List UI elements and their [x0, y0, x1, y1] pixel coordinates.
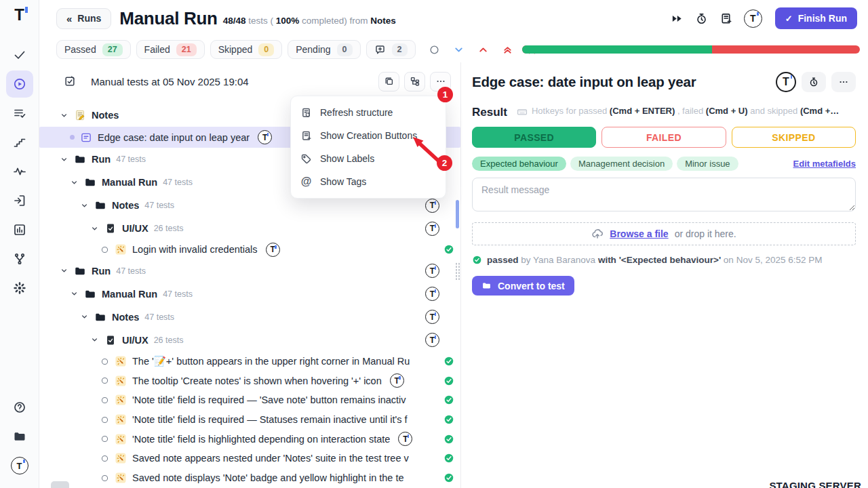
sidebar-item-tests[interactable] [6, 41, 33, 68]
tree-row[interactable]: Manual Run47 testsT [39, 283, 460, 306]
tree-row[interactable]: UI/UX26 testsT [39, 217, 460, 240]
tree-row[interactable]: Run47 testsT [39, 260, 460, 283]
cut-off-button[interactable] [51, 481, 69, 488]
sidebar-item-milestones[interactable] [6, 129, 33, 156]
menu-item-show-labels[interactable]: Show Labels [291, 147, 446, 170]
sidebar-item-analytics[interactable] [6, 216, 33, 243]
comment-plus-icon [374, 44, 386, 56]
page-title: Manual Run [119, 8, 217, 29]
result-heading: Result [472, 106, 507, 119]
test-status-ring-icon[interactable] [100, 357, 109, 366]
testomat-logo-icon[interactable]: T [744, 9, 762, 28]
chevron-down-icon[interactable] [60, 266, 68, 275]
tree-row[interactable]: Notes47 testsT [39, 306, 460, 329]
tree-row[interactable]: Saved note displays 'Note' badge and yel… [39, 468, 460, 488]
chevron-up-icon[interactable] [477, 44, 489, 56]
tree-view-button[interactable] [404, 72, 425, 92]
test-status-ring-icon[interactable] [100, 376, 109, 385]
chevron-down-icon[interactable] [453, 44, 465, 56]
status-passed-button[interactable]: PASSED [472, 127, 596, 148]
stopwatch-button[interactable] [802, 72, 826, 92]
chevron-down-icon[interactable] [80, 312, 89, 321]
edit-metafields-link[interactable]: Edit metafields [793, 159, 856, 169]
test-status-ring-icon[interactable] [100, 245, 109, 254]
tree-row[interactable]: Saved note appears nested under 'Notes' … [39, 449, 460, 468]
timer-icon[interactable] [695, 12, 708, 25]
run-progress-bar [522, 45, 860, 54]
test-status-ring-icon[interactable] [100, 474, 109, 483]
metafield-pill[interactable]: Expected behaviour [472, 157, 566, 171]
menu-item-show-tags[interactable]: @Show Tags [291, 170, 446, 193]
tree-row[interactable]: 'Note title' field is required — Statuse… [39, 410, 460, 430]
test-status-ring-icon[interactable] [100, 434, 109, 443]
copy-structure-button[interactable] [378, 72, 399, 92]
tree-row[interactable]: UI/UX26 testsT [39, 329, 460, 352]
app-logo-icon[interactable]: T [14, 5, 24, 24]
document-check-icon [104, 334, 117, 346]
sidebar-item-runs[interactable] [6, 70, 33, 98]
sidebar-item-profile[interactable]: T [6, 452, 33, 479]
sidebar-item-projects[interactable] [6, 423, 33, 450]
left-nav-rail: T T [0, 0, 39, 488]
convert-to-test-button[interactable]: Convert to test [472, 276, 574, 296]
sidebar-item-branches[interactable] [6, 245, 33, 272]
chevron-down-icon[interactable] [60, 111, 68, 120]
filter-skipped-button[interactable]: Skipped0 [210, 40, 283, 59]
result-message-input[interactable] [472, 178, 856, 211]
metafield-pill[interactable]: Management decision [570, 157, 673, 171]
add-note-icon[interactable] [719, 12, 732, 25]
hotkeys-hint: Hotkeys for passed (Cmd + ENTER) , faile… [517, 105, 839, 116]
chevron-down-icon[interactable] [90, 336, 99, 344]
filter-passed-button[interactable]: Passed27 [56, 40, 131, 59]
header-actions: T ✓ Finish Run [671, 7, 857, 29]
fast-forward-icon[interactable] [671, 12, 684, 25]
chevron-down-icon[interactable] [60, 155, 68, 164]
chevron-down-icon[interactable] [90, 224, 99, 233]
test-status-ring-icon[interactable] [100, 396, 109, 405]
tree-row[interactable]: 'Note title' field is highlighted depend… [39, 429, 460, 449]
tree-row[interactable]: The tooltip 'Create notes' is shown when… [39, 371, 460, 390]
tree-row[interactable]: The '📝+' button appears in the upper rig… [39, 352, 460, 371]
testomat-logo-icon: T [425, 222, 439, 236]
tree-row[interactable]: 'Note title' field is required — 'Save n… [39, 390, 460, 410]
testomat-logo-icon: T [390, 373, 404, 388]
double-chevron-up-icon[interactable] [502, 44, 513, 56]
status-skipped-button[interactable]: SKIPPED [732, 127, 856, 148]
sidebar-item-import[interactable] [6, 187, 33, 214]
panel-resize-handle[interactable] [455, 262, 460, 280]
sidebar-item-test-plans[interactable] [6, 100, 33, 127]
test-more-options-button[interactable] [831, 72, 856, 92]
passed-check-icon [443, 472, 454, 483]
nav-items-bottom: T [6, 392, 33, 481]
filter-pending-button[interactable]: Pending0 [288, 40, 360, 59]
menu-item-refresh-structure[interactable]: Refresh structure [291, 101, 446, 124]
chevron-down-icon[interactable] [70, 178, 79, 187]
test-status-ring-icon[interactable] [100, 415, 109, 424]
back-to-runs-button[interactable]: « Runs [56, 8, 111, 29]
clipboard-check-icon [64, 75, 76, 87]
passed-check-icon [443, 414, 454, 425]
testomat-logo-icon: T [266, 243, 280, 257]
metafield-pill[interactable]: Minor issue [677, 157, 738, 171]
file-dropzone[interactable]: Browse a file or drop it here. [472, 222, 856, 245]
test-status-ring-icon[interactable] [100, 454, 109, 463]
tree-row[interactable]: Login with invalid credentialsT [39, 240, 460, 260]
note-bullet-icon [70, 135, 75, 140]
test-click-icon [115, 452, 127, 464]
passed-check-icon [443, 375, 454, 386]
comments-filter-button[interactable]: 2 [366, 40, 416, 59]
finish-run-button[interactable]: ✓ Finish Run [775, 7, 857, 29]
tree-scrollbar[interactable] [456, 200, 459, 228]
chevron-down-icon[interactable] [70, 289, 79, 298]
chevron-down-icon[interactable] [80, 201, 89, 210]
browse-file-link[interactable]: Browse a file [610, 228, 668, 239]
menu-item-show-creation-buttons[interactable]: Show Creation Buttons [291, 124, 446, 147]
testomat-logo-icon[interactable]: T [776, 72, 796, 92]
status-failed-button[interactable]: FAILED [601, 127, 726, 148]
sidebar-item-settings[interactable] [6, 274, 33, 302]
circle-status-icon[interactable] [429, 44, 440, 56]
status-buttons: PASSEDFAILEDSKIPPED [472, 127, 856, 148]
sidebar-item-help[interactable] [6, 394, 33, 421]
sidebar-item-pulse[interactable] [6, 158, 33, 185]
filter-failed-button[interactable]: Failed21 [136, 40, 205, 59]
